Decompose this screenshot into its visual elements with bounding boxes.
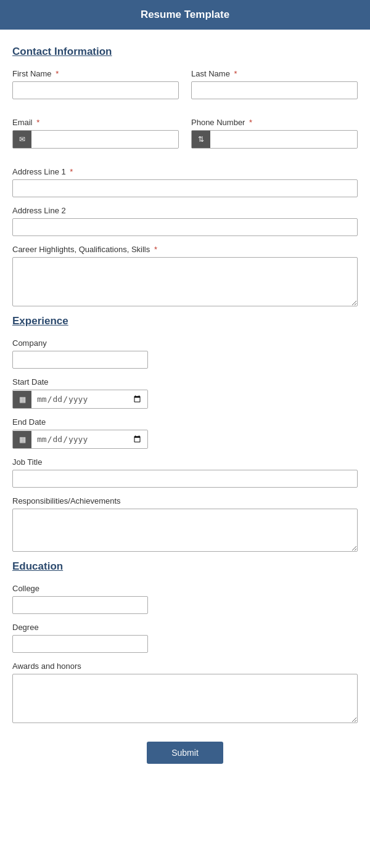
job-title-input[interactable] bbox=[12, 470, 358, 488]
end-date-input[interactable] bbox=[31, 430, 147, 448]
degree-input[interactable] bbox=[12, 635, 148, 653]
end-date-wrapper: ▦ bbox=[12, 430, 148, 449]
company-label: Company bbox=[12, 338, 358, 348]
career-label: Career Highlights, Qualifications, Skill… bbox=[12, 245, 358, 254]
phone-required: * bbox=[249, 118, 252, 127]
start-date-label: Start Date bbox=[12, 377, 358, 387]
start-date-calendar-icon: ▦ bbox=[13, 391, 31, 408]
submit-area: Submit bbox=[12, 742, 358, 764]
career-required: * bbox=[154, 245, 157, 254]
email-input-wrapper: ✉ bbox=[12, 130, 179, 149]
contact-section-title: Contact Information bbox=[12, 46, 358, 58]
degree-label: Degree bbox=[12, 623, 358, 632]
address2-input[interactable] bbox=[12, 218, 358, 236]
email-label: Email * bbox=[12, 118, 179, 127]
start-date-wrapper: ▦ bbox=[12, 390, 148, 409]
company-input[interactable] bbox=[12, 351, 148, 369]
experience-section-title: Experience bbox=[12, 315, 358, 327]
start-date-input[interactable] bbox=[31, 390, 147, 408]
awards-label: Awards and honors bbox=[12, 661, 358, 671]
page-title: Resume Template bbox=[141, 9, 229, 20]
submit-button[interactable]: Submit bbox=[147, 742, 223, 764]
responsibilities-textarea[interactable] bbox=[12, 509, 358, 552]
address1-label: Address Line 1 * bbox=[12, 167, 358, 176]
phone-input[interactable] bbox=[210, 131, 357, 148]
education-section-title: Education bbox=[12, 560, 358, 573]
career-textarea[interactable] bbox=[12, 257, 358, 306]
email-input[interactable] bbox=[31, 131, 178, 148]
end-date-label: End Date bbox=[12, 417, 358, 427]
phone-icon: ⇅ bbox=[192, 131, 210, 148]
last-name-input[interactable] bbox=[191, 81, 358, 99]
awards-textarea[interactable] bbox=[12, 674, 358, 723]
last-name-required: * bbox=[234, 69, 237, 78]
first-name-input[interactable] bbox=[12, 81, 179, 99]
college-input[interactable] bbox=[12, 596, 148, 614]
page-header: Resume Template bbox=[0, 0, 370, 30]
responsibilities-label: Responsibilities/Achievements bbox=[12, 496, 358, 506]
address2-label: Address Line 2 bbox=[12, 206, 358, 215]
phone-input-wrapper: ⇅ bbox=[191, 130, 358, 149]
college-label: College bbox=[12, 584, 358, 593]
first-name-required: * bbox=[56, 69, 59, 78]
last-name-label: Last Name * bbox=[191, 69, 358, 78]
first-name-label: First Name * bbox=[12, 69, 179, 78]
end-date-calendar-icon: ▦ bbox=[13, 431, 31, 448]
address1-input[interactable] bbox=[12, 179, 358, 197]
phone-label: Phone Number * bbox=[191, 118, 358, 127]
email-required: * bbox=[36, 118, 39, 127]
job-title-label: Job Title bbox=[12, 457, 358, 467]
email-icon: ✉ bbox=[13, 131, 31, 148]
address1-required: * bbox=[70, 167, 73, 176]
